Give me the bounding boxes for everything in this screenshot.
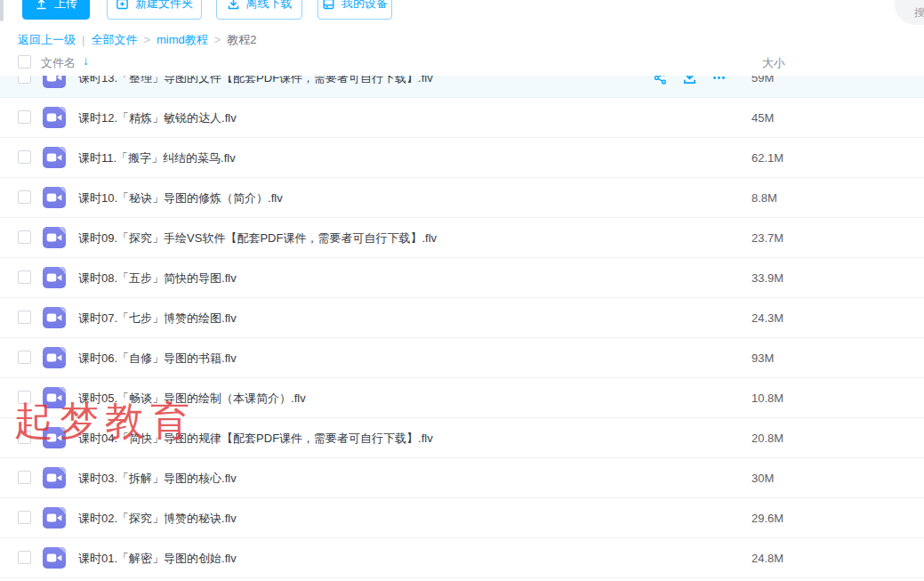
file-name[interactable]: 课时11.「搬字」纠结的菜鸟.flv [78,138,236,178]
file-name[interactable]: 课时12.「精炼」敏锐的达人.flv [78,98,237,138]
my-devices-button[interactable]: 我的设备 [317,0,392,20]
window-edge-strip [0,0,4,21]
file-name[interactable]: 课时05.「畅谈」导图的绘制（本课简介）.flv [78,378,306,418]
video-file-icon [43,307,66,328]
table-header: 文件名 ↓ 大小 [0,53,924,76]
row-checkbox[interactable] [18,270,31,284]
offline-download-icon [227,0,240,11]
table-row[interactable]: 课时01.「解密」导图的创始.flv 24.8M [0,538,924,578]
row-checkbox[interactable] [18,391,31,404]
share-icon[interactable] [652,76,668,85]
file-size: 20.8M [751,418,783,458]
video-file-icon [43,76,66,88]
upload-icon [35,0,48,11]
row-checkbox[interactable] [18,76,31,84]
row-checkbox[interactable] [18,431,31,444]
video-file-icon [43,427,66,448]
download-icon[interactable] [681,76,697,85]
row-checkbox[interactable] [18,511,31,524]
offline-download-button-label: 离线下载 [246,0,293,12]
file-size: 45M [751,98,774,138]
row-checkbox[interactable] [18,110,31,124]
search-pill-label: 搜 [914,7,924,18]
table-row[interactable]: 课时04.「简快」导图的规律【配套PDF课件，需要者可自行下载】.flv 20.… [0,418,924,458]
upload-button[interactable]: 上传 [22,0,90,20]
video-file-icon [43,387,66,408]
row-checkbox[interactable] [18,351,31,364]
breadcrumb-back-link[interactable]: 返回上一级 [18,33,76,46]
file-size: 10.8M [751,378,783,418]
file-size: 59M [751,76,774,98]
file-name[interactable]: 课时09.「探究」手绘VS软件【配套PDF课件，需要者可自行下载】.flv [78,218,437,258]
file-name[interactable]: 课时06.「自修」导图的书籍.flv [78,338,237,378]
file-list: 课时13.「整理」导图的文件【配套PDF课件，需要者可自行下载】.flv [0,76,924,578]
video-file-icon [43,147,66,168]
table-row[interactable]: 课时03.「拆解」导图的核心.flv 30M [0,458,924,498]
row-checkbox[interactable] [18,471,31,484]
breadcrumb-arrow-separator: > [143,33,150,46]
video-file-icon [43,267,66,288]
file-size: 33.9M [751,258,783,298]
partial-row-clip: 课时13.「整理」导图的文件【配套PDF课件，需要者可自行下载】.flv [0,76,924,98]
file-size: 23.7M [751,218,783,258]
file-name[interactable]: 课时02.「探究」博赞的秘诀.flv [78,498,237,538]
file-size: 24.8M [751,538,783,578]
size-column-header[interactable]: 大小 [762,55,785,71]
table-row-hovered[interactable]: 课时13.「整理」导图的文件【配套PDF课件，需要者可自行下载】.flv [0,76,924,98]
file-name[interactable]: 课时07.「七步」博赞的绘图.flv [78,298,237,338]
table-row[interactable]: 课时05.「畅谈」导图的绘制（本课简介）.flv 10.8M [0,378,924,418]
breadcrumb-all-files-link[interactable]: 全部文件 [91,33,137,46]
file-size: 30M [751,458,774,498]
table-row[interactable]: 课时12.「精炼」敏锐的达人.flv 45M [0,98,924,138]
file-name[interactable]: 课时08.「五步」简快的导图.flv [78,258,237,298]
video-file-icon [43,507,66,529]
file-name[interactable]: 课时04.「简快」导图的规律【配套PDF课件，需要者可自行下载】.flv [78,418,433,458]
table-row[interactable]: 课时02.「探究」博赞的秘诀.flv 29.6M [0,498,924,538]
file-rows: 课时12.「精炼」敏锐的达人.flv 45M 课时11.「搬字」纠结的菜鸟.fl… [0,98,924,578]
breadcrumb-folder-link[interactable]: mimd教程 [157,33,208,46]
my-devices-button-label: 我的设备 [341,0,388,12]
more-options-icon[interactable] [711,76,727,85]
my-device-icon [322,0,335,11]
file-name[interactable]: 课时01.「解密」导图的创始.flv [78,538,237,578]
new-folder-button[interactable]: 新建文件夹 [107,0,202,20]
video-file-icon [43,107,66,128]
breadcrumb-current-folder: 教程2 [227,33,256,46]
table-row[interactable]: 课时11.「搬字」纠结的菜鸟.flv 62.1M [0,138,924,178]
video-file-icon [43,547,66,569]
file-name[interactable]: 课时13.「整理」导图的文件【配套PDF课件，需要者可自行下载】.flv [78,76,433,98]
breadcrumb-pipe-separator: | [82,33,84,46]
search-pill[interactable]: 搜 [895,0,924,25]
file-size: 93M [751,338,774,378]
video-file-icon [43,187,66,208]
file-name[interactable]: 课时10.「秘诀」导图的修炼（简介）.flv [78,178,283,218]
table-row[interactable]: 课时06.「自修」导图的书籍.flv 93M [0,338,924,378]
breadcrumb-arrow-separator: > [214,33,221,46]
breadcrumb: 返回上一级|全部文件>mimd教程>教程2 [18,32,257,48]
new-folder-button-label: 新建文件夹 [135,0,193,12]
file-size: 24.3M [751,298,783,338]
row-action-bar [652,76,727,85]
table-row[interactable]: 课时09.「探究」手绘VS软件【配套PDF课件，需要者可自行下载】.flv 23… [0,218,924,258]
row-checkbox[interactable] [18,230,31,244]
sort-descending-icon[interactable]: ↓ [83,53,89,68]
new-folder-icon [116,0,129,11]
table-row[interactable]: 课时10.「秘诀」导图的修炼（简介）.flv 8.8M [0,178,924,218]
table-row[interactable]: 课时08.「五步」简快的导图.flv 33.9M [0,258,924,298]
video-file-icon [43,347,66,368]
row-checkbox[interactable] [18,190,31,204]
row-checkbox[interactable] [18,150,31,164]
offline-download-button[interactable]: 离线下载 [216,0,302,20]
row-checkbox[interactable] [18,311,31,324]
row-checkbox[interactable] [18,551,31,564]
file-name[interactable]: 课时03.「拆解」导图的核心.flv [78,458,237,498]
select-all-checkbox[interactable] [18,55,31,69]
netdisk-file-manager: 上传 新建文件夹 离线下载 我的设备 搜 返回上一级|全部文件>mimd教程>教… [0,0,924,581]
file-size: 29.6M [751,498,783,538]
table-row[interactable]: 课时07.「七步」博赞的绘图.flv 24.3M [0,298,924,338]
filename-column-header[interactable]: 文件名 [41,55,76,71]
file-size: 62.1M [751,138,783,178]
upload-button-label: 上传 [54,0,77,12]
file-size: 8.8M [751,178,777,218]
video-file-icon [43,467,66,488]
